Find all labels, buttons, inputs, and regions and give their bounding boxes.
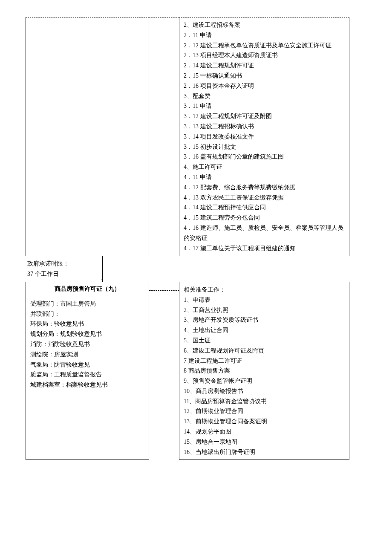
- bottom-row: 商品房预售许可证（九） 受理部门：市国土房管局并联部门：环保局：验收意见书规划分…: [26, 282, 366, 460]
- top-right-line: 2．12 建设工程承包单位资质证书及单位安全施工许可证: [184, 40, 345, 51]
- top-right-line: 4．14 建设工程预拌砼供应合同: [184, 202, 345, 213]
- top-right-line: 4．17 施工单位关于该工程项目组建的通知: [184, 243, 345, 254]
- top-right-line: 3、配套费: [184, 91, 345, 101]
- timing-block: 政府承诺时限： 37 个工作日: [26, 256, 87, 282]
- bottom-right-line: 4、土地出让合同: [184, 325, 345, 335]
- bottom-left-box: 商品房预售许可证（九） 受理部门：市国土房管局并联部门：环保局：验收意见书规划分…: [26, 282, 149, 460]
- bottom-left-line: 测绘院：房屋实测: [30, 350, 144, 360]
- bottom-right-line: 9、预售资金监管帐户证明: [184, 376, 345, 386]
- bottom-right-line: 15、房地合一宗地图: [184, 437, 345, 447]
- bottom-right-line: 1、申请表: [184, 295, 345, 305]
- top-right-line: 4．15 建筑工程劳务分包合同: [184, 213, 345, 223]
- top-right-line: 2．16 项目资本金存入证明: [184, 81, 345, 91]
- bottom-left-lines: 受理部门：市国土房管局并联部门：环保局：验收意见书规划分局：规划验收意见书消防：…: [26, 296, 149, 393]
- top-right-line: 3．13 建设工程招标确认书: [184, 121, 345, 132]
- top-right-line: 2、建设工程招标备案: [184, 20, 345, 30]
- top-right-line: 4．16 建造师、施工员、质检员、安全员、档案员等管理人员的资格证: [184, 223, 345, 243]
- bottom-left-line: 质监局：工程质量监督报告: [30, 370, 144, 380]
- bottom-left-line: 受理部门：市国土房管局: [30, 299, 144, 309]
- bottom-right-line: 8 商品房预售方案: [184, 366, 345, 376]
- bottom-left-line: 环保局：验收意见书: [30, 319, 144, 329]
- top-right-line: 4．12 配套费、综合服务费等规费缴纳凭据: [184, 182, 345, 193]
- bottom-left-line: 气象局：防雷验收意见: [30, 360, 144, 370]
- top-right-line: 2．14 建设工程规划许可证: [184, 61, 345, 71]
- bottom-left-line: 并联部门：: [30, 309, 144, 319]
- top-right-line: 3．14 项目发改委核准文件: [184, 132, 345, 142]
- bottom-right-line: 5、国土证: [184, 335, 345, 346]
- top-left-box: [26, 17, 149, 256]
- top-right-line: 2．15 中标确认通知书: [184, 71, 345, 81]
- top-row: 2、建设工程招标备案2．11 申请2．12 建设工程承包单位资质证书及单位安全施…: [26, 17, 366, 256]
- bottom-left-line: 规划分局：规划验收意见书: [30, 329, 144, 339]
- timing-value: 37 个工作日: [27, 269, 87, 279]
- top-right-line: 3．12 建设工程规划许可证及附图: [184, 111, 345, 121]
- bottom-connector: ←: [149, 282, 179, 460]
- timing-connector: ↓: [87, 256, 117, 282]
- bottom-right-box: 相关准备工作：1、申请表2、工商营业执照3、房地产开发资质等级证书4、土地出让合…: [179, 282, 349, 460]
- top-right-line: 2．13 项目经理本人建造师资质证书: [184, 50, 345, 61]
- top-right-line: 3．11 申请: [184, 101, 345, 111]
- bottom-right-line: 6、建设工程规划许可证及附页: [184, 346, 345, 356]
- bottom-left-line: 消防：消防验收意见书: [30, 339, 144, 350]
- arrow-left-icon: ←: [148, 285, 154, 295]
- bottom-right-line: 2、工商营业执照: [184, 305, 345, 315]
- top-right-line: 4、施工许可证: [184, 162, 345, 172]
- top-right-line: 3．15 初步设计批文: [184, 142, 345, 152]
- top-right-line: 4．13 双方农民工工资保证金缴存凭据: [184, 193, 345, 203]
- bottom-right-line: 3、房地产开发资质等级证书: [184, 315, 345, 325]
- bottom-right-line: 14、规划总平面图: [184, 427, 345, 437]
- top-right-line: 3．16 盖有规划部门公章的建筑施工图: [184, 152, 345, 162]
- top-right-line: 4．11 申请: [184, 172, 345, 182]
- top-right-lines: 2、建设工程招标备案2．11 申请2．12 建设工程承包单位资质证书及单位安全施…: [184, 20, 345, 253]
- bottom-right-line: 相关准备工作：: [184, 285, 345, 295]
- bottom-left-line: 城建档案室：档案验收意见书: [30, 380, 144, 390]
- bottom-right-line: 11、商品房预算资金监管协议书: [184, 396, 345, 407]
- bottom-right-line: 7 建设工程施工许可证: [184, 356, 345, 366]
- bottom-left-title: 商品房预售许可证（九）: [26, 282, 149, 296]
- top-right-box: 2、建设工程招标备案2．11 申请2．12 建设工程承包单位资质证书及单位安全施…: [179, 17, 349, 256]
- arrow-down-icon: ↓: [101, 274, 103, 283]
- bottom-right-line: 16、当地派出所门牌号证明: [184, 447, 345, 457]
- bottom-right-lines: 相关准备工作：1、申请表2、工商营业执照3、房地产开发资质等级证书4、土地出让合…: [184, 285, 345, 457]
- bottom-right-line: 13、前期物业管理合同备案证明: [184, 416, 345, 427]
- bottom-right-line: 12、前期物业管理合同: [184, 406, 345, 416]
- top-right-line: 2．11 申请: [184, 30, 345, 40]
- timing-label: 政府承诺时限：: [27, 259, 87, 269]
- top-connector: [149, 17, 179, 256]
- timing-row: 政府承诺时限： 37 个工作日 ↓: [26, 256, 366, 282]
- bottom-right-line: 10、商品房测绘报告书: [184, 386, 345, 396]
